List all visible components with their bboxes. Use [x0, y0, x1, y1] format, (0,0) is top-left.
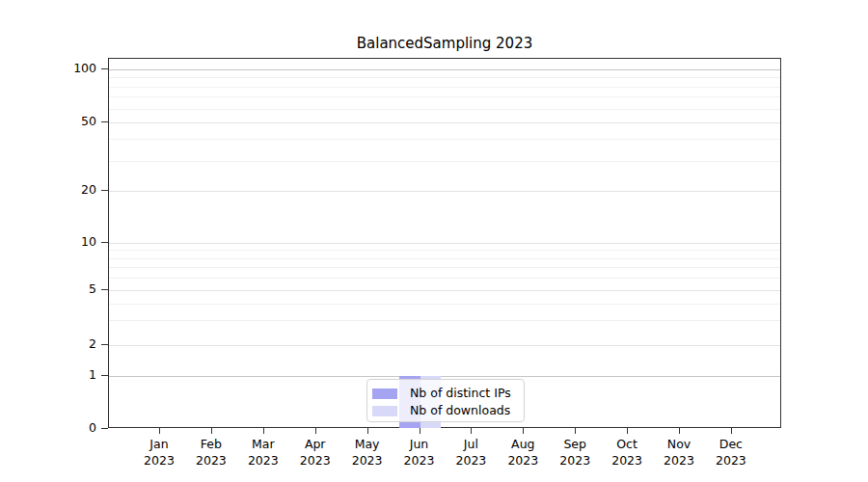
gridline-major: [109, 345, 780, 346]
x-tick-label: Mar2023: [237, 436, 289, 469]
gridline-minor: [109, 278, 780, 279]
x-tick-year: 2023: [237, 452, 289, 469]
x-tick-year: 2023: [497, 452, 549, 469]
gridline-major: [109, 243, 780, 244]
x-tick-year: 2023: [133, 452, 185, 469]
gridline-minor: [109, 96, 780, 97]
legend: Nb of distinct IPsNb of downloads: [366, 379, 525, 422]
x-tick-month: Nov: [653, 436, 705, 452]
x-tick-mark: [471, 428, 472, 434]
gridline-minor: [109, 304, 780, 305]
gridline-minor: [109, 258, 780, 259]
x-tick-month: Jan: [133, 436, 185, 452]
y-tick-mark: [101, 375, 108, 376]
y-tick-label: 50: [62, 114, 96, 129]
y-tick-label: 2: [62, 336, 96, 352]
x-tick-month: May: [341, 436, 393, 452]
x-tick-label: Oct2023: [601, 436, 653, 469]
x-tick-mark: [367, 428, 368, 434]
y-tick-mark: [101, 68, 108, 69]
x-tick-month: Sep: [549, 436, 601, 452]
y-tick-label: 20: [62, 182, 96, 198]
x-tick-year: 2023: [705, 452, 757, 469]
x-tick-mark: [263, 428, 264, 434]
x-tick-mark: [420, 428, 420, 434]
x-tick-month: Dec: [705, 436, 757, 452]
legend-swatch-icon: [372, 388, 397, 399]
y-tick-mark: [101, 289, 108, 290]
x-tick-month: Jul: [445, 436, 497, 452]
gridline-minor: [109, 267, 780, 268]
x-tick-year: 2023: [341, 452, 393, 469]
y-tick-label: 5: [62, 281, 96, 297]
y-tick-mark: [101, 428, 108, 429]
x-tick-mark: [315, 428, 316, 434]
x-tick-month: Oct: [601, 436, 653, 452]
y-tick-mark: [101, 242, 108, 243]
y-tick-mark: [101, 121, 108, 122]
gridline-major: [109, 122, 780, 123]
gridline-minor: [109, 109, 780, 110]
gridline-major: [109, 376, 780, 377]
x-tick-mark: [627, 428, 628, 434]
x-tick-label: Nov2023: [653, 436, 705, 469]
gridline-minor: [109, 250, 780, 251]
y-tick-label: 10: [62, 234, 96, 250]
gridline-minor: [109, 87, 780, 88]
legend-swatch-icon: [372, 406, 397, 416]
legend-label: Nb of distinct IPs: [410, 385, 511, 402]
chart-title: BalancedSampling 2023: [108, 35, 781, 52]
gridline-minor: [109, 139, 780, 140]
y-tick-label: 1: [62, 367, 96, 383]
x-tick-year: 2023: [653, 452, 705, 469]
y-tick-mark: [101, 190, 108, 191]
gridline-minor: [109, 77, 780, 78]
x-tick-mark: [523, 428, 524, 434]
x-tick-label: Jan2023: [133, 436, 185, 469]
x-tick-year: 2023: [393, 452, 446, 469]
gridline-major: [109, 290, 780, 291]
legend-row: Nb of distinct IPs: [372, 385, 518, 402]
x-tick-mark: [679, 428, 680, 434]
x-tick-month: Feb: [185, 436, 237, 452]
gridline-minor: [109, 320, 780, 321]
x-tick-label: Sep2023: [549, 436, 601, 469]
gridline-major: [109, 191, 780, 192]
x-tick-year: 2023: [549, 452, 601, 469]
x-tick-label: Feb2023: [185, 436, 237, 469]
x-tick-year: 2023: [289, 452, 341, 469]
gridline-minor: [109, 161, 780, 162]
plot-area: Nb of distinct IPsNb of downloads: [108, 58, 781, 428]
x-tick-label: Dec2023: [705, 436, 757, 469]
x-tick-label: May2023: [341, 436, 393, 469]
legend-row: Nb of downloads: [372, 402, 518, 419]
gridline-major: [109, 69, 780, 70]
x-tick-year: 2023: [601, 452, 653, 469]
figure: BalancedSampling 2023 Nb of distinct IPs…: [0, 0, 868, 482]
x-tick-label: Jul2023: [445, 436, 497, 469]
y-tick-mark: [101, 344, 108, 345]
x-tick-mark: [575, 428, 576, 434]
x-tick-month: Jun: [393, 436, 446, 452]
y-tick-label: 0: [62, 420, 96, 436]
x-tick-mark: [731, 428, 732, 434]
x-tick-label: Aug2023: [497, 436, 549, 469]
x-tick-year: 2023: [445, 452, 497, 469]
x-tick-month: Apr: [289, 436, 341, 452]
x-tick-year: 2023: [185, 452, 237, 469]
legend-label: Nb of downloads: [410, 402, 510, 419]
x-tick-mark: [159, 428, 160, 434]
x-tick-month: Mar: [237, 436, 289, 452]
x-tick-label: Apr2023: [289, 436, 341, 469]
x-tick-month: Aug: [497, 436, 549, 452]
x-tick-label: Jun2023: [393, 436, 446, 469]
y-tick-label: 100: [62, 61, 96, 76]
x-tick-mark: [211, 428, 212, 434]
